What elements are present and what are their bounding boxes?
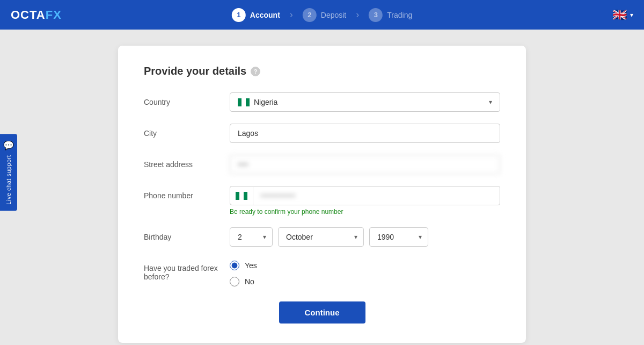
forex-radio-group: Yes No: [230, 258, 500, 286]
phone-input[interactable]: [253, 186, 500, 205]
birthday-day-wrapper: 2 ▾: [230, 227, 273, 247]
phone-hint: Be ready to confirm your phone number: [230, 208, 500, 215]
street-field: [230, 155, 500, 174]
forex-label: Have you traded forex before?: [144, 258, 230, 281]
birthday-year-select[interactable]: 1990: [369, 227, 428, 247]
street-label: Street address: [144, 155, 230, 169]
phone-nigeria-flag-icon: [236, 192, 247, 200]
step-arrow-2: ›: [356, 9, 359, 20]
step-2-number: 2: [303, 8, 317, 22]
live-chat-label: Live chat support: [5, 155, 12, 204]
street-input[interactable]: [230, 155, 500, 174]
form-title: Provide your details ?: [144, 65, 500, 77]
continue-button[interactable]: Continue: [279, 301, 365, 324]
phone-input-wrapper: [230, 186, 500, 205]
logo: OCTAFX: [11, 8, 62, 22]
birthday-year-wrapper: 1990 ▾: [369, 227, 428, 247]
forex-yes-label: Yes: [245, 261, 257, 270]
birthday-row: Birthday 2 ▾ October ▾: [144, 227, 500, 247]
phone-flag[interactable]: [230, 187, 253, 205]
country-row: Country Nigeria ▾: [144, 92, 500, 112]
main-content: Provide your details ? Country Nigeria ▾: [0, 30, 644, 345]
forex-no-radio[interactable]: [230, 277, 239, 286]
live-chat-widget[interactable]: 💬 Live chat support: [0, 134, 17, 211]
nigeria-flag-icon: [238, 98, 250, 106]
country-field: Nigeria ▾: [230, 92, 500, 112]
steps-nav: 1 Account › 2 Deposit › 3 Trading: [232, 8, 412, 22]
form-card: Provide your details ? Country Nigeria ▾: [118, 46, 526, 343]
country-value: Nigeria: [254, 98, 485, 106]
phone-row: Phone number Be ready to confirm your ph…: [144, 186, 500, 215]
phone-label: Phone number: [144, 186, 230, 200]
step-2-deposit[interactable]: 2 Deposit: [303, 8, 346, 22]
continue-btn-wrapper: Continue: [144, 301, 500, 324]
forex-no-label: No: [245, 277, 254, 286]
forex-yes-radio[interactable]: [230, 261, 239, 270]
step-1-account[interactable]: 1 Account: [232, 8, 280, 22]
street-row: Street address: [144, 155, 500, 174]
birthday-day-select[interactable]: 2: [230, 227, 273, 247]
country-select[interactable]: Nigeria ▾: [230, 92, 500, 112]
help-icon[interactable]: ?: [251, 67, 260, 76]
forex-yes-option[interactable]: Yes: [230, 261, 500, 270]
step-2-label: Deposit: [321, 11, 346, 19]
birthday-month-wrapper: October ▾: [278, 227, 364, 247]
forex-no-option[interactable]: No: [230, 277, 500, 286]
step-3-trading[interactable]: 3 Trading: [369, 8, 412, 22]
city-input[interactable]: [230, 124, 500, 143]
step-3-number: 3: [369, 8, 383, 22]
birthday-label: Birthday: [144, 227, 230, 241]
city-row: City: [144, 124, 500, 143]
forex-row: Have you traded forex before? Yes No: [144, 258, 500, 286]
chat-bubble-icon: 💬: [3, 140, 14, 150]
header-right: 🇬🇧 ▾: [612, 8, 633, 22]
language-chevron-icon[interactable]: ▾: [630, 11, 633, 19]
city-field: [230, 124, 500, 143]
country-label: Country: [144, 92, 230, 106]
birthday-selects: 2 ▾ October ▾ 1990 ▾: [230, 227, 500, 247]
header: OCTAFX 1 Account › 2 Deposit › 3 Trading…: [0, 0, 644, 30]
phone-field: Be ready to confirm your phone number: [230, 186, 500, 215]
step-3-label: Trading: [387, 11, 412, 19]
forex-field: Yes No: [230, 258, 500, 286]
step-1-label: Account: [250, 11, 280, 19]
step-arrow-1: ›: [290, 9, 293, 20]
birthday-field: 2 ▾ October ▾ 1990 ▾: [230, 227, 500, 247]
country-chevron-icon: ▾: [489, 98, 492, 106]
step-1-number: 1: [232, 8, 246, 22]
birthday-month-select[interactable]: October: [278, 227, 364, 247]
city-label: City: [144, 124, 230, 138]
language-flag-icon[interactable]: 🇬🇧: [612, 8, 627, 22]
